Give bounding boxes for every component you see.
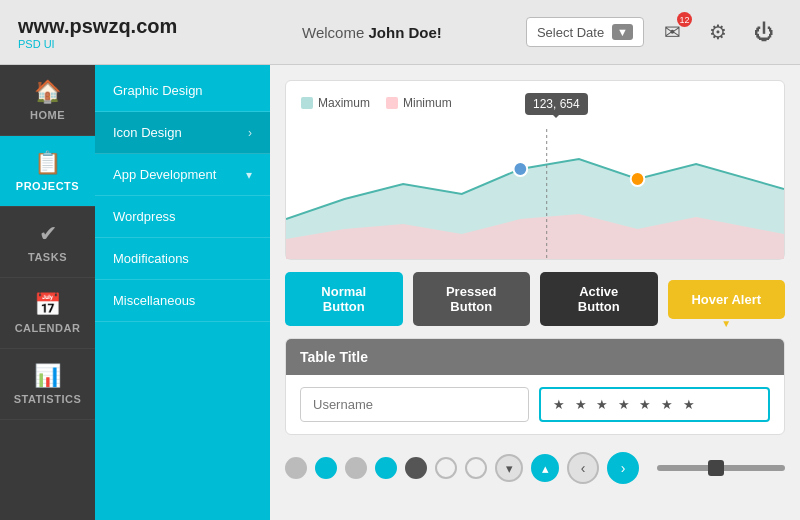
chart-container: Maximum Minimum 123, 654: [285, 80, 785, 260]
legend-label-min: Minimum: [403, 96, 452, 110]
page-dot-5[interactable]: [405, 457, 427, 479]
projects-icon: 📋: [34, 150, 61, 176]
ctrl-up-btn[interactable]: ▴: [531, 454, 559, 482]
submenu-arrow-1: ›: [248, 126, 252, 140]
sidebar-label-calendar: CALENDAR: [15, 322, 81, 334]
pressed-button[interactable]: Pressed Button: [413, 272, 531, 326]
next-arrow-btn[interactable]: ›: [607, 452, 639, 484]
sidebar-item-tasks[interactable]: ✔ TASKS: [0, 207, 95, 278]
date-label: Select Date: [537, 25, 604, 40]
buttons-row: Normal Button Pressed Button Active Butt…: [285, 272, 785, 326]
submenu-label-3: Wordpress: [113, 209, 176, 224]
logo-sub: PSD UI: [18, 38, 218, 50]
mail-badge: 12: [677, 12, 692, 27]
tasks-icon: ✔: [39, 221, 57, 247]
submenu-label-4: Modifications: [113, 251, 189, 266]
statistics-icon: 📊: [34, 363, 61, 389]
legend-dot-min: [386, 97, 398, 109]
welcome-text: Welcome: [302, 24, 368, 41]
submenu-app-development[interactable]: App Development ▾: [95, 154, 270, 196]
controls-row: ▾ ▴ ‹ ›: [285, 447, 785, 489]
mail-button[interactable]: ✉ 12: [654, 14, 690, 50]
password-input[interactable]: [539, 387, 770, 422]
submenu-modifications[interactable]: Modifications: [95, 238, 270, 280]
calendar-icon: 📅: [34, 292, 61, 318]
submenu-arrow-2: ▾: [246, 168, 252, 182]
normal-button[interactable]: Normal Button: [285, 272, 403, 326]
chevron-down-icon: ▼: [612, 24, 633, 40]
table-title: Table Title: [286, 339, 784, 375]
chart-dot-orange: [631, 172, 645, 186]
sidebar: 🏠 HOME 📋 PROJECTS ✔ TASKS 📅 CALENDAR 📊 S…: [0, 65, 95, 520]
submenu-label-5: Miscellaneous: [113, 293, 195, 308]
sidebar-label-tasks: TASKS: [28, 251, 67, 263]
sidebar-label-projects: PROJECTS: [16, 180, 79, 192]
chart-tooltip: 123, 654: [525, 93, 588, 115]
page-dot-1[interactable]: [285, 457, 307, 479]
legend-dot-max: [301, 97, 313, 109]
legend-label-max: Maximum: [318, 96, 370, 110]
page-dot-6[interactable]: [435, 457, 457, 479]
page-dot-7[interactable]: [465, 457, 487, 479]
page-dot-2[interactable]: [315, 457, 337, 479]
top-right: Select Date ▼ ✉ 12 ⚙ ⏻: [526, 14, 782, 50]
username-input[interactable]: [300, 387, 529, 422]
slider-thumb[interactable]: [708, 460, 724, 476]
sidebar-item-calendar[interactable]: 📅 CALENDAR: [0, 278, 95, 349]
hover-button[interactable]: Hover Alert: [668, 280, 786, 319]
sub-menu: Graphic Design Icon Design › App Develop…: [95, 65, 270, 520]
prev-arrow-btn[interactable]: ‹: [567, 452, 599, 484]
chart-svg: [286, 129, 784, 259]
sidebar-item-home[interactable]: 🏠 HOME: [0, 65, 95, 136]
content-area: Maximum Minimum 123, 654: [270, 65, 800, 520]
legend-minimum: Minimum: [386, 96, 452, 110]
submenu-icon-design[interactable]: Icon Design ›: [95, 112, 270, 154]
table-container: Table Title: [285, 338, 785, 435]
sidebar-label-home: HOME: [30, 109, 65, 121]
submenu-label-2: App Development: [113, 167, 216, 182]
sidebar-item-projects[interactable]: 📋 PROJECTS: [0, 136, 95, 207]
page-dot-3[interactable]: [345, 457, 367, 479]
date-select[interactable]: Select Date ▼: [526, 17, 644, 47]
main-layout: 🏠 HOME 📋 PROJECTS ✔ TASKS 📅 CALENDAR 📊 S…: [0, 65, 800, 520]
submenu-graphic-design[interactable]: Graphic Design: [95, 70, 270, 112]
top-bar: www.pswzq.com PSD UI Welcome John Doe! S…: [0, 0, 800, 65]
active-button[interactable]: Active Button: [540, 272, 658, 326]
ctrl-down-btn[interactable]: ▾: [495, 454, 523, 482]
table-inputs-row: [286, 375, 784, 434]
settings-button[interactable]: ⚙: [700, 14, 736, 50]
sidebar-item-statistics[interactable]: 📊 STATISTICS: [0, 349, 95, 420]
submenu-wordpress[interactable]: Wordpress: [95, 196, 270, 238]
legend-maximum: Maximum: [301, 96, 370, 110]
page-dot-4[interactable]: [375, 457, 397, 479]
slider-track: [657, 465, 785, 471]
submenu-miscellaneous[interactable]: Miscellaneous: [95, 280, 270, 322]
submenu-label-1: Icon Design: [113, 125, 182, 140]
power-button[interactable]: ⏻: [746, 14, 782, 50]
home-icon: 🏠: [34, 79, 61, 105]
logo-title: www.pswzq.com: [18, 15, 218, 38]
logo-area: www.pswzq.com PSD UI: [18, 15, 218, 50]
submenu-label-0: Graphic Design: [113, 83, 203, 98]
welcome-area: Welcome John Doe!: [218, 24, 526, 41]
username-text: John Doe!: [368, 24, 441, 41]
sidebar-label-statistics: STATISTICS: [14, 393, 82, 405]
chart-dot-blue: [514, 162, 528, 176]
